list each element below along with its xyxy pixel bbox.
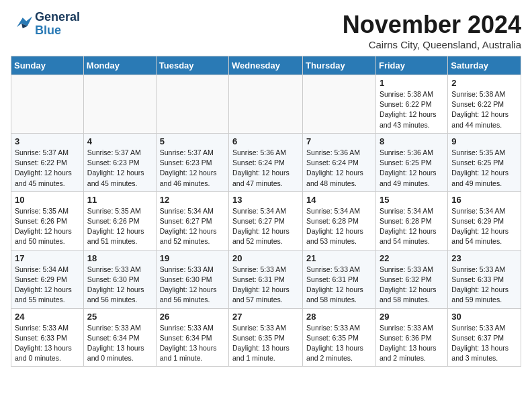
day-number: 7 <box>306 136 372 146</box>
month-title: November 2024 <box>343 11 521 39</box>
day-number: 19 <box>160 253 225 263</box>
calendar-cell: 30Sunrise: 5:33 AM Sunset: 6:37 PM Dayli… <box>448 308 521 367</box>
day-info: Sunrise: 5:36 AM Sunset: 6:25 PM Dayligh… <box>380 148 444 189</box>
calendar-cell: 20Sunrise: 5:33 AM Sunset: 6:31 PM Dayli… <box>229 250 303 308</box>
calendar-cell: 8Sunrise: 5:36 AM Sunset: 6:25 PM Daylig… <box>375 133 447 191</box>
day-info: Sunrise: 5:38 AM Sunset: 6:22 PM Dayligh… <box>451 89 517 130</box>
calendar-cell <box>83 75 156 134</box>
calendar-cell <box>156 75 228 134</box>
calendar-cell: 21Sunrise: 5:33 AM Sunset: 6:31 PM Dayli… <box>303 250 376 308</box>
calendar-cell: 3Sunrise: 5:37 AM Sunset: 6:22 PM Daylig… <box>11 133 84 191</box>
calendar-cell: 23Sunrise: 5:33 AM Sunset: 6:33 PM Dayli… <box>448 250 521 308</box>
logo-line2: Blue <box>35 24 80 38</box>
calendar-cell: 5Sunrise: 5:37 AM Sunset: 6:23 PM Daylig… <box>156 133 228 191</box>
calendar-cell <box>303 75 376 134</box>
calendar-cell: 16Sunrise: 5:34 AM Sunset: 6:29 PM Dayli… <box>448 191 521 250</box>
day-number: 27 <box>232 312 299 322</box>
calendar-table: SundayMondayTuesdayWednesdayThursdayFrid… <box>11 56 521 367</box>
day-info: Sunrise: 5:34 AM Sunset: 6:27 PM Dayligh… <box>160 206 225 247</box>
calendar-cell: 9Sunrise: 5:35 AM Sunset: 6:25 PM Daylig… <box>448 133 521 191</box>
weekday-header: Monday <box>83 56 156 75</box>
day-number: 24 <box>15 312 80 322</box>
day-info: Sunrise: 5:33 AM Sunset: 6:34 PM Dayligh… <box>87 323 152 364</box>
day-number: 4 <box>87 136 152 146</box>
day-number: 16 <box>451 195 517 205</box>
day-number: 21 <box>306 253 372 263</box>
calendar-cell <box>11 75 84 134</box>
day-info: Sunrise: 5:33 AM Sunset: 6:33 PM Dayligh… <box>451 265 517 306</box>
day-number: 23 <box>451 253 517 263</box>
day-info: Sunrise: 5:37 AM Sunset: 6:23 PM Dayligh… <box>87 148 152 189</box>
day-info: Sunrise: 5:35 AM Sunset: 6:26 PM Dayligh… <box>15 206 80 247</box>
day-number: 5 <box>160 136 225 146</box>
page-header: General Blue November 2024 Cairns City, … <box>11 11 521 50</box>
day-number: 22 <box>380 253 444 263</box>
day-info: Sunrise: 5:34 AM Sunset: 6:29 PM Dayligh… <box>451 206 517 247</box>
day-number: 18 <box>87 253 152 263</box>
calendar-cell: 26Sunrise: 5:33 AM Sunset: 6:34 PM Dayli… <box>156 308 228 367</box>
day-info: Sunrise: 5:33 AM Sunset: 6:35 PM Dayligh… <box>306 323 372 364</box>
day-info: Sunrise: 5:36 AM Sunset: 6:24 PM Dayligh… <box>232 148 299 189</box>
calendar-cell: 29Sunrise: 5:33 AM Sunset: 6:36 PM Dayli… <box>375 308 447 367</box>
weekday-header: Saturday <box>448 56 521 75</box>
day-number: 6 <box>232 136 299 146</box>
day-info: Sunrise: 5:33 AM Sunset: 6:30 PM Dayligh… <box>87 265 152 306</box>
day-number: 1 <box>380 78 444 88</box>
calendar-week-row: 3Sunrise: 5:37 AM Sunset: 6:22 PM Daylig… <box>11 133 521 191</box>
logo-line1: General <box>35 11 80 24</box>
day-number: 3 <box>15 136 80 146</box>
calendar-cell: 19Sunrise: 5:33 AM Sunset: 6:30 PM Dayli… <box>156 250 228 308</box>
weekday-header: Friday <box>375 56 447 75</box>
day-info: Sunrise: 5:34 AM Sunset: 6:28 PM Dayligh… <box>380 206 444 247</box>
day-info: Sunrise: 5:33 AM Sunset: 6:32 PM Dayligh… <box>380 265 444 306</box>
day-number: 17 <box>15 253 80 263</box>
day-info: Sunrise: 5:37 AM Sunset: 6:22 PM Dayligh… <box>15 148 80 189</box>
calendar-cell: 12Sunrise: 5:34 AM Sunset: 6:27 PM Dayli… <box>156 191 228 250</box>
weekday-header: Wednesday <box>229 56 303 75</box>
day-info: Sunrise: 5:35 AM Sunset: 6:25 PM Dayligh… <box>451 148 517 189</box>
day-info: Sunrise: 5:33 AM Sunset: 6:35 PM Dayligh… <box>232 323 299 364</box>
day-info: Sunrise: 5:33 AM Sunset: 6:36 PM Dayligh… <box>380 323 444 364</box>
calendar-cell: 7Sunrise: 5:36 AM Sunset: 6:24 PM Daylig… <box>303 133 376 191</box>
day-number: 2 <box>451 78 517 88</box>
calendar-week-row: 24Sunrise: 5:33 AM Sunset: 6:33 PM Dayli… <box>11 308 521 367</box>
day-number: 20 <box>232 253 299 263</box>
day-number: 10 <box>15 195 80 205</box>
day-number: 15 <box>380 195 444 205</box>
calendar-cell: 11Sunrise: 5:35 AM Sunset: 6:26 PM Dayli… <box>83 191 156 250</box>
day-number: 25 <box>87 312 152 322</box>
calendar-cell: 18Sunrise: 5:33 AM Sunset: 6:30 PM Dayli… <box>83 250 156 308</box>
day-info: Sunrise: 5:33 AM Sunset: 6:34 PM Dayligh… <box>160 323 225 364</box>
weekday-header: Sunday <box>11 56 84 75</box>
day-info: Sunrise: 5:33 AM Sunset: 6:30 PM Dayligh… <box>160 265 225 306</box>
day-info: Sunrise: 5:33 AM Sunset: 6:33 PM Dayligh… <box>15 323 80 364</box>
calendar-week-row: 1Sunrise: 5:38 AM Sunset: 6:22 PM Daylig… <box>11 75 521 134</box>
calendar-cell: 28Sunrise: 5:33 AM Sunset: 6:35 PM Dayli… <box>303 308 376 367</box>
calendar-cell: 10Sunrise: 5:35 AM Sunset: 6:26 PM Dayli… <box>11 191 84 250</box>
calendar-week-row: 17Sunrise: 5:34 AM Sunset: 6:29 PM Dayli… <box>11 250 521 308</box>
weekday-header-row: SundayMondayTuesdayWednesdayThursdayFrid… <box>11 56 521 75</box>
day-info: Sunrise: 5:33 AM Sunset: 6:31 PM Dayligh… <box>306 265 372 306</box>
title-block: November 2024 Cairns City, Queensland, A… <box>343 11 521 50</box>
calendar-cell: 1Sunrise: 5:38 AM Sunset: 6:22 PM Daylig… <box>375 75 447 134</box>
day-number: 26 <box>160 312 225 322</box>
calendar-cell: 4Sunrise: 5:37 AM Sunset: 6:23 PM Daylig… <box>83 133 156 191</box>
day-number: 30 <box>451 312 517 322</box>
calendar-cell: 25Sunrise: 5:33 AM Sunset: 6:34 PM Dayli… <box>83 308 156 367</box>
day-number: 14 <box>306 195 372 205</box>
calendar-cell: 24Sunrise: 5:33 AM Sunset: 6:33 PM Dayli… <box>11 308 84 367</box>
calendar-cell: 22Sunrise: 5:33 AM Sunset: 6:32 PM Dayli… <box>375 250 447 308</box>
day-info: Sunrise: 5:35 AM Sunset: 6:26 PM Dayligh… <box>87 206 152 247</box>
weekday-header: Thursday <box>303 56 376 75</box>
logo-icon <box>11 15 32 34</box>
day-number: 13 <box>232 195 299 205</box>
logo: General Blue <box>11 11 80 38</box>
calendar-cell: 6Sunrise: 5:36 AM Sunset: 6:24 PM Daylig… <box>229 133 303 191</box>
day-info: Sunrise: 5:33 AM Sunset: 6:37 PM Dayligh… <box>451 323 517 364</box>
calendar-week-row: 10Sunrise: 5:35 AM Sunset: 6:26 PM Dayli… <box>11 191 521 250</box>
day-number: 9 <box>451 136 517 146</box>
day-info: Sunrise: 5:34 AM Sunset: 6:27 PM Dayligh… <box>232 206 299 247</box>
calendar-cell: 15Sunrise: 5:34 AM Sunset: 6:28 PM Dayli… <box>375 191 447 250</box>
day-number: 28 <box>306 312 372 322</box>
logo-text: General Blue <box>35 11 80 38</box>
